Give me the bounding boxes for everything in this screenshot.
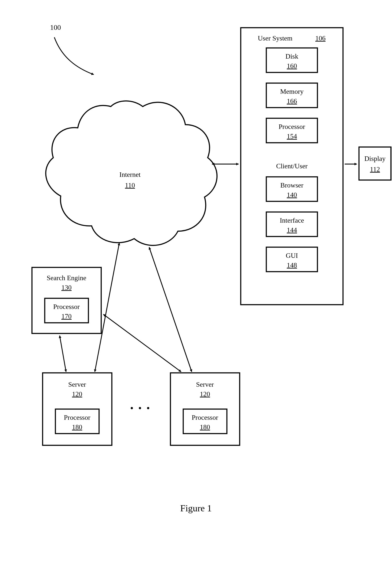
svg-text:Server: Server: [196, 380, 214, 388]
display-block: Display 112: [359, 147, 391, 180]
svg-text:180: 180: [72, 423, 82, 431]
svg-text:130: 130: [61, 284, 72, 291]
system-diagram: 100 Internet 110 User System 106 Disk 16…: [0, 0, 392, 561]
svg-text:Server: Server: [68, 380, 86, 388]
svg-text:User System: User System: [258, 34, 293, 42]
search-engine-block: Search Engine 130 Processor 170: [32, 267, 101, 334]
client-user-subtitle: Client/User: [276, 162, 308, 170]
svg-text:Display: Display: [364, 155, 386, 162]
svg-text:166: 166: [287, 97, 297, 105]
server1-block: Server 120 Processor 180: [43, 373, 112, 445]
svg-text:180: 180: [200, 423, 210, 431]
memory-block: Memory 166: [266, 83, 317, 108]
svg-text:154: 154: [287, 132, 297, 140]
svg-text:160: 160: [287, 62, 297, 70]
svg-text:144: 144: [287, 226, 297, 234]
svg-text:120: 120: [200, 390, 210, 398]
svg-text:Processor: Processor: [53, 303, 80, 311]
svg-text:Search Engine: Search Engine: [47, 274, 86, 282]
svg-text:Browser: Browser: [280, 181, 304, 189]
svg-text:GUI: GUI: [286, 252, 298, 259]
svg-line-48: [60, 335, 66, 372]
ellipsis: • • •: [130, 403, 151, 413]
disk-block: Disk 160: [266, 48, 317, 72]
server2-block: Server 120 Processor 180: [170, 373, 240, 445]
svg-text:110: 110: [125, 181, 135, 189]
user-system-block: User System 106 Disk 160 Memory 166 Proc…: [241, 28, 343, 305]
svg-text:112: 112: [370, 165, 380, 173]
interface-block: Interface 144: [266, 212, 317, 237]
figure-id: 100: [50, 23, 61, 31]
svg-text:170: 170: [61, 312, 72, 320]
svg-text:120: 120: [72, 390, 82, 398]
svg-text:106: 106: [315, 34, 326, 42]
browser-block: Browser 140: [266, 177, 317, 201]
pointer-arrow: [54, 37, 94, 75]
svg-line-49: [103, 314, 181, 372]
svg-rect-23: [359, 147, 391, 180]
processor-block: Processor 154: [266, 118, 317, 143]
svg-text:Interface: Interface: [280, 216, 304, 224]
svg-text:Disk: Disk: [285, 53, 298, 60]
figure-caption: Figure 1: [180, 503, 212, 514]
svg-text:Internet: Internet: [119, 171, 141, 178]
svg-text:Memory: Memory: [280, 87, 304, 95]
svg-text:Processor: Processor: [64, 414, 90, 421]
gui-block: GUI 148: [266, 247, 317, 272]
svg-text:Processor: Processor: [192, 414, 218, 421]
internet-cloud: Internet 110: [46, 101, 217, 246]
svg-text:Processor: Processor: [279, 123, 305, 130]
svg-text:140: 140: [287, 191, 297, 199]
svg-text:148: 148: [287, 261, 297, 269]
